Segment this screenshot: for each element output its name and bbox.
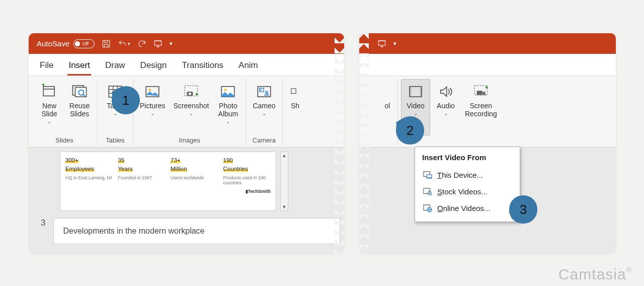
screenshot-icon: [183, 82, 200, 102]
tab-transitions[interactable]: Transitions: [182, 60, 224, 76]
brand-label: ▮TechSmith: [65, 189, 271, 194]
tab-design[interactable]: Design: [140, 60, 167, 76]
present-icon: [377, 39, 386, 48]
screenshot-button[interactable]: Screenshot ⌄: [170, 79, 213, 135]
chevron-down-icon: ⌄: [262, 111, 266, 116]
scroll-up-icon[interactable]: ▲: [282, 152, 287, 159]
undo-icon: [118, 39, 127, 48]
svg-rect-28: [424, 188, 430, 193]
new-slide-icon: [41, 82, 58, 102]
svg-text:P: P: [260, 89, 262, 92]
stock-icon: [423, 188, 432, 196]
callout-badge-1: 1: [112, 86, 140, 114]
qat-customize-button[interactable]: ▾: [393, 40, 396, 47]
ribbon-tabs: File Insert Draw Design Transitions Anim: [29, 54, 344, 76]
partial-button[interactable]: ol: [377, 79, 397, 135]
slideshow-button[interactable]: [153, 39, 163, 48]
dropdown-header: Insert Video From: [418, 152, 517, 167]
dropdown-this-device[interactable]: This Device...: [418, 167, 517, 183]
group-images: Pictures ⌄ Screenshot ⌄ Photo Album ⌄: [133, 79, 246, 146]
reuse-slides-button[interactable]: Reuse Slides: [65, 79, 94, 135]
slide-area: 300+EmployeesHQ in East Lansing, MI 35Ye…: [29, 148, 344, 253]
present-icon: [153, 39, 163, 48]
new-slide-button[interactable]: New Slide ⌄: [35, 79, 64, 135]
slide-index: 3: [41, 218, 45, 228]
redo-icon: [137, 39, 146, 48]
autosave-label: AutoSave: [37, 39, 69, 48]
chevron-down-icon: ⌄: [189, 111, 193, 116]
slide-thumbnail[interactable]: 300+EmployeesHQ in East Lansing, MI 35Ye…: [60, 152, 276, 211]
chevron-down-icon: ⌄: [113, 111, 117, 116]
qat-customize-button[interactable]: ▾: [170, 40, 173, 47]
save-icon: [102, 39, 111, 48]
chevron-down-icon: ⌄: [150, 111, 154, 116]
chevron-down-icon: ▾: [393, 40, 396, 47]
autosave-toggle[interactable]: AutoSave Off: [37, 39, 95, 48]
pictures-button[interactable]: Pictures ⌄: [136, 79, 169, 135]
chevron-down-icon: ⌄: [414, 111, 418, 116]
svg-point-13: [189, 93, 191, 95]
chevron-down-icon: ▾: [128, 41, 130, 46]
photo-album-button[interactable]: Photo Album ⌄: [213, 79, 243, 135]
chevron-down-icon: ▾: [170, 40, 173, 47]
screen-recording-icon: [472, 82, 490, 102]
redo-button[interactable]: [137, 39, 146, 48]
video-icon: [407, 82, 424, 102]
chevron-down-icon: ⌄: [444, 111, 448, 116]
right-body: Insert Video From This Device... Stock V…: [359, 148, 616, 253]
tab-insert[interactable]: Insert: [68, 60, 90, 76]
shapes-button[interactable]: Sh: [286, 79, 305, 135]
reuse-slides-icon: [71, 82, 88, 102]
scrollbar[interactable]: ▲ ▼: [280, 152, 288, 211]
device-icon: [423, 171, 432, 179]
toggle-switch[interactable]: Off: [73, 39, 95, 48]
title-bar-right: ▾: [359, 33, 616, 54]
group-partial: Sh: [283, 79, 308, 146]
svg-rect-21: [378, 41, 385, 45]
ribbon-insert: New Slide ⌄ Reuse Slides Slides T: [29, 76, 344, 148]
audio-icon: [437, 82, 454, 102]
title-bar: AutoSave Off ▾ ▾: [29, 33, 344, 54]
slide-thumbnail-next[interactable]: Developments in the modern workplace: [53, 218, 340, 244]
cameo-button[interactable]: P Cameo ⌄: [249, 79, 279, 135]
online-icon: [423, 204, 432, 212]
chevron-down-icon: ⌄: [226, 119, 230, 124]
video-dropdown: Insert Video From This Device... Stock V…: [415, 147, 520, 222]
undo-button[interactable]: ▾: [118, 39, 130, 48]
group-camera: P Cameo ⌄ Camera: [246, 79, 282, 146]
scroll-down-icon[interactable]: ▼: [282, 203, 287, 210]
callout-badge-2: 2: [396, 116, 424, 145]
svg-point-10: [149, 89, 151, 91]
screen-recording-button[interactable]: Screen Recording: [461, 79, 501, 135]
dropdown-online-videos[interactable]: Online Videos...: [418, 200, 517, 217]
photo-album-icon: [219, 82, 236, 102]
left-panel: AutoSave Off ▾ ▾ File Insert Draw Design…: [29, 33, 344, 253]
ribbon-tabs-right: [359, 54, 616, 76]
svg-rect-24: [476, 91, 482, 95]
svg-rect-0: [103, 40, 110, 47]
tab-animations[interactable]: Anim: [238, 60, 258, 76]
svg-rect-2: [43, 87, 54, 96]
tab-draw[interactable]: Draw: [105, 60, 125, 76]
audio-button[interactable]: Audio ⌄: [431, 79, 460, 135]
pictures-icon: [144, 82, 161, 102]
svg-point-29: [428, 191, 431, 195]
group-slides: New Slide ⌄ Reuse Slides Slides: [32, 79, 98, 146]
shapes-icon: [289, 82, 301, 102]
svg-point-15: [224, 89, 227, 91]
tab-file[interactable]: File: [40, 60, 53, 76]
svg-rect-26: [427, 175, 432, 178]
callout-badge-3: 3: [509, 195, 537, 224]
dropdown-stock-videos[interactable]: Stock Videos...: [418, 183, 517, 200]
watermark: Camtasia®: [558, 266, 632, 283]
svg-rect-20: [291, 89, 296, 94]
svg-rect-1: [154, 41, 162, 45]
cameo-icon: P: [256, 82, 273, 102]
slideshow-button[interactable]: [377, 39, 386, 48]
chevron-down-icon: ⌄: [47, 119, 51, 124]
svg-line-30: [431, 194, 432, 195]
right-panel: ▾ ol Video ⌄: [359, 33, 616, 253]
svg-rect-22: [410, 87, 422, 97]
save-button[interactable]: [102, 39, 111, 48]
